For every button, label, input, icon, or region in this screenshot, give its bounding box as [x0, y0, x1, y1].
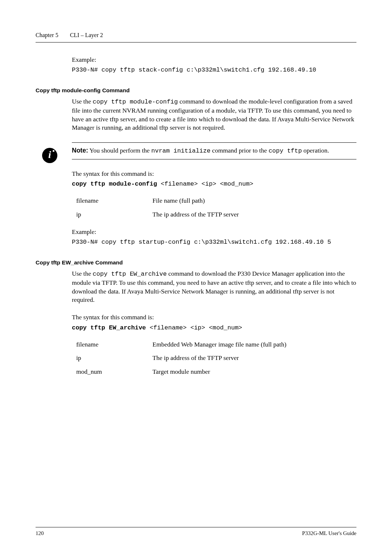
- info-icon: [42, 148, 57, 163]
- section-paragraph: Use the copy tftp EW_archive command to …: [72, 270, 356, 304]
- example-code: P330-N# copy tftp startup-config c:\p332…: [72, 238, 356, 247]
- example-code: P330-N# copy tftp stack-config c:\p332ml…: [72, 66, 356, 74]
- definition-desc: The ip address of the TFTP server: [152, 354, 356, 362]
- definition-term: ip: [76, 210, 152, 219]
- syntax-intro: The syntax for this command is:: [72, 313, 356, 322]
- definition-row: mod_num Target module number: [72, 368, 356, 376]
- chapter-title: CLI – Layer 2: [70, 32, 103, 38]
- note-block: Note: You should perform the nvram initi…: [72, 142, 356, 159]
- definition-desc: The ip address of the TFTP server: [152, 210, 356, 219]
- definition-term: ip: [76, 354, 152, 362]
- note-text: Note: You should perform the nvram initi…: [72, 146, 356, 155]
- page-number: 120: [36, 530, 44, 537]
- page-header: Chapter 5 CLI – Layer 2: [36, 31, 356, 42]
- syntax-line: copy tftp EW_archive <filename> <ip> <mo…: [72, 324, 356, 332]
- example-label: Example:: [72, 56, 356, 64]
- definition-row: ip The ip address of the TFTP server: [72, 210, 356, 219]
- definition-row: filename File name (full path): [72, 197, 356, 205]
- syntax-line: copy tftp module-config <filename> <ip> …: [72, 180, 356, 189]
- definition-row: ip The ip address of the TFTP server: [72, 354, 356, 362]
- definition-term: filename: [76, 340, 152, 349]
- section-heading: Copy tftp module-config Command: [36, 87, 356, 94]
- guide-title: P332G-ML User's Guide: [302, 530, 356, 537]
- syntax-intro: The syntax for this command is:: [72, 170, 356, 178]
- chapter-label: Chapter 5: [36, 32, 58, 38]
- section-heading: Copy tftp EW_archive Command: [36, 259, 356, 267]
- example-label: Example:: [72, 228, 356, 236]
- definition-desc: File name (full path): [152, 197, 356, 205]
- definition-desc: Target module number: [152, 368, 356, 376]
- definition-desc: Embedded Web Manager image file name (fu…: [152, 340, 356, 349]
- page-footer: 120 P332G-ML User's Guide: [36, 527, 356, 537]
- definition-row: filename Embedded Web Manager image file…: [72, 340, 356, 349]
- definition-term: filename: [76, 197, 152, 205]
- definition-term: mod_num: [76, 368, 152, 376]
- section-paragraph: Use the copy tftp module-config command …: [72, 97, 356, 132]
